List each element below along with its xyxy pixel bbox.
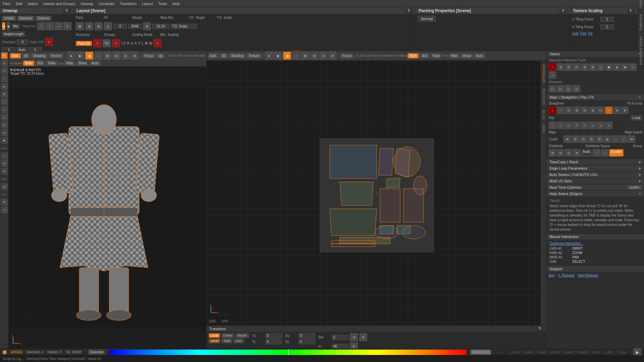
tool20-icon[interactable]: ⇥: [1, 206, 8, 213]
show-btn[interactable]: Show: [76, 61, 89, 66]
select-section-title[interactable]: Select ▼: [547, 51, 644, 57]
align-btn5[interactable]: ⊕: [589, 107, 596, 114]
flip-btn1[interactable]: ↔: [549, 122, 556, 129]
dist-btn1[interactable]: ⊞: [549, 149, 556, 157]
crush-btn1[interactable]: ⊞: [564, 135, 571, 143]
td-target-input[interactable]: [152, 24, 169, 29]
align-btn6[interactable]: Px: [597, 107, 604, 114]
hide-btn[interactable]: Hide: [64, 61, 75, 66]
marquee1-btn[interactable]: ◯: [549, 85, 556, 93]
arrow4-icon[interactable]: ×: [63, 22, 71, 30]
3ds-btn[interactable]: 3Ds: [35, 61, 45, 66]
menu-item-islands-and-groups[interactable]: Islands and Groups: [43, 2, 75, 6]
mix-dropdown[interactable]: Mix: [11, 24, 20, 29]
play-btn[interactable]: ▶: [633, 348, 641, 356]
angle-length-dropdown[interactable]: Angle/Length: [2, 32, 25, 37]
auto-btn[interactable]: Auto: [90, 61, 101, 66]
margin-input[interactable]: [113, 24, 127, 29]
unwrap-u-icon[interactable]: U: [2, 22, 5, 30]
move-icon[interactable]: ✛: [1, 60, 8, 67]
sel-tool2-btn[interactable]: ⊟: [565, 63, 572, 71]
sel-tool1-btn[interactable]: ⊞: [557, 63, 564, 71]
focus-btn[interactable]: Focus: [142, 53, 155, 58]
tool6-icon[interactable]: ⊞: [1, 91, 8, 98]
dist-btn2[interactable]: ⊟: [557, 149, 564, 157]
in-apply-icon[interactable]: ↻: [350, 342, 358, 349]
align-btn3[interactable]: ⊞: [573, 107, 580, 114]
uv-shade6-icon[interactable]: ⊟: [310, 52, 318, 60]
select-icon[interactable]: ↖: [1, 52, 8, 59]
texture-btn[interactable]: Texture: [49, 53, 64, 58]
edges-checkbox[interactable]: ✓: [3, 350, 7, 354]
flip-btn2[interactable]: ↕: [557, 122, 564, 129]
transform-help-btn[interactable]: ?: [536, 326, 544, 331]
enable-btn[interactable]: Enable: [609, 149, 624, 157]
map-rec-input[interactable]: [128, 24, 142, 29]
tool13-icon[interactable]: ⊹: [1, 153, 8, 159]
tool17-icon[interactable]: ⇄: [1, 183, 8, 190]
flip-btn5[interactable]: ↖: [581, 122, 588, 129]
world-btn[interactable]: World: [209, 339, 220, 343]
td-scale-dropdown[interactable]: T.D. Scale: [170, 24, 197, 29]
real-time-section-title[interactable]: Real Time Optimize enable: [547, 184, 644, 190]
link-btn[interactable]: Link: [572, 32, 578, 35]
tool7-icon[interactable]: ◯: [1, 99, 8, 105]
pack-x-btn[interactable]: ×: [93, 39, 101, 47]
tool15-icon[interactable]: ⊕: [1, 168, 8, 175]
sel-tool7-btn[interactable]: ◼: [605, 63, 612, 71]
unwrap-help-btn[interactable]: ?: [63, 9, 71, 13]
topocopy-section-title[interactable]: TopoCopy | Stack ▶: [547, 159, 644, 165]
feature-request-link[interactable]: F. Request: [558, 274, 575, 277]
flats-btn[interactable]: Flats: [46, 61, 57, 66]
sel-tool4-btn[interactable]: ⊕: [581, 63, 588, 71]
local-dropdown[interactable]: Local: [631, 115, 642, 120]
shade5-icon[interactable]: ⊞: [103, 52, 111, 60]
pack-icon4[interactable]: ⊙: [104, 22, 112, 30]
marquee2-btn[interactable]: ◰: [557, 85, 564, 93]
fill-x-btn[interactable]: ×: [45, 38, 53, 46]
menu-item-unwrap[interactable]: Unwrap: [80, 2, 93, 6]
edit-mode-btn[interactable]: Edit.: [10, 53, 21, 58]
tool11-icon[interactable]: ⊛: [1, 129, 8, 136]
sel-tool8-btn[interactable]: ◈: [613, 63, 621, 71]
grid-snap-tab[interactable]: Grid & Snap: [541, 86, 546, 107]
uv-tile-tab[interactable]: UV Tile: [541, 107, 546, 121]
align-btn1[interactable]: ↔: [557, 107, 564, 114]
shade2-icon[interactable]: ◐: [76, 52, 84, 60]
uv-edit-btn[interactable]: Edit.: [208, 53, 219, 58]
crush-btn8[interactable]: ↕: [620, 135, 627, 143]
local-btn[interactable]: Local: [209, 333, 220, 338]
crush-btn9[interactable]: ⇄: [628, 135, 635, 143]
sy-input[interactable]: [299, 339, 315, 344]
uv-shade7-icon[interactable]: ⊡: [319, 52, 327, 60]
menu-item-transform[interactable]: Transform: [120, 2, 137, 6]
sel-tool3-btn[interactable]: ⊡: [573, 63, 580, 71]
pack-all-btn[interactable]: Pack All: [76, 41, 92, 46]
align-x-btn[interactable]: ×: [549, 107, 556, 114]
align-btn4[interactable]: ⊟: [581, 107, 588, 114]
marquee4-btn[interactable]: ◲: [573, 85, 580, 93]
menu-item-edit[interactable]: Edit: [16, 2, 22, 6]
avail-dropdown[interactable]: Avail.: [581, 149, 592, 157]
shade7-icon[interactable]: ⊡: [121, 52, 129, 60]
diamond-icon[interactable]: ◆: [1, 137, 8, 144]
dist-btn6[interactable]: ↕: [601, 149, 608, 157]
multi-uv-section-title[interactable]: Multi UV Sets ▶: [547, 178, 644, 184]
menu-item-help[interactable]: Help: [172, 2, 180, 6]
sel-tool5-btn[interactable]: ⊗: [589, 63, 596, 71]
script-log-label[interactable]: Script & Log...: [3, 357, 24, 361]
uv-both-btn[interactable]: Both: [408, 53, 419, 58]
menu-item-files[interactable]: Files: [3, 2, 10, 6]
flip-btn7[interactable]: ↙: [597, 122, 604, 129]
sort-selection-tab[interactable]: Sort Selection: [541, 62, 546, 85]
options-btn[interactable]: Options: [36, 16, 51, 21]
dist-btn4[interactable]: ⊕: [573, 149, 580, 157]
3d-mode-btn[interactable]: 3D: [22, 53, 30, 58]
mouse-btn[interactable]: Mouse: [236, 333, 249, 338]
align-m-btn[interactable]: M: [605, 107, 612, 114]
shade8-icon[interactable]: ⊛: [130, 52, 139, 60]
shade1-icon[interactable]: ●: [67, 52, 75, 60]
tool19-icon[interactable]: ⇅: [1, 199, 8, 205]
multi-btn[interactable]: Multi: [222, 339, 232, 343]
rw-apply-icon[interactable]: ↻: [359, 333, 367, 341]
